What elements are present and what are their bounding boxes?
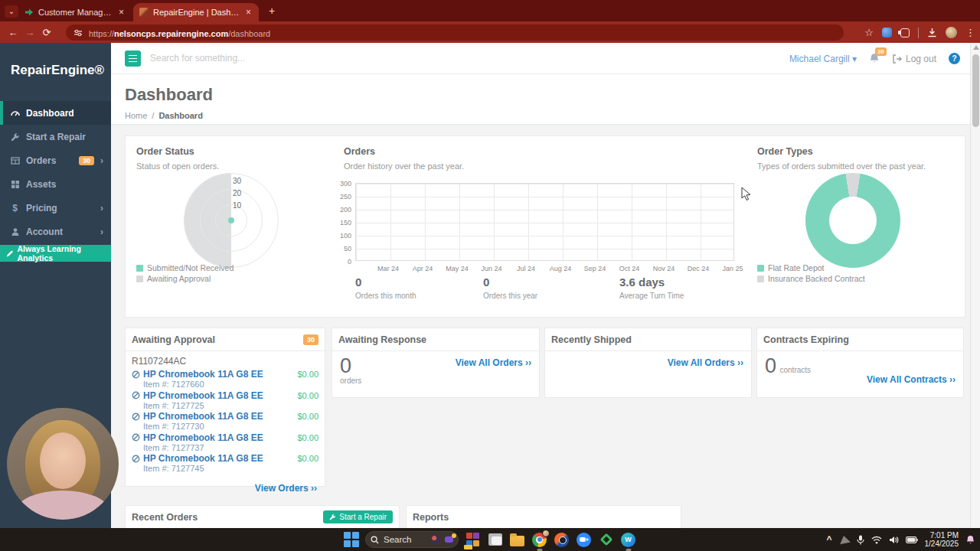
- list-item: HP Chromebook 11A G8 EE $0.00 Item #: 71…: [132, 411, 318, 432]
- green-arrow-favicon: [24, 8, 34, 17]
- mouse-cursor: [741, 187, 751, 201]
- new-tab-button[interactable]: +: [265, 5, 279, 18]
- logout-button[interactable]: Log out: [892, 54, 936, 64]
- panel-title: Awaiting Approval: [132, 334, 303, 345]
- panel-body: 0 orders View All Orders ››: [332, 351, 539, 390]
- taskbar-search-label: Search: [384, 535, 426, 544]
- order-types-donut: [805, 173, 900, 268]
- stat-orders-this-month: 0 Orders this month: [355, 276, 483, 300]
- browser-profile-avatar[interactable]: [946, 27, 957, 38]
- windows-taskbar: Search W ^: [0, 528, 980, 551]
- page-title: Dashboard: [125, 85, 213, 105]
- sidebar-item-account[interactable]: Account ›: [0, 220, 111, 243]
- always-learning-analytics-button[interactable]: Always Learning Analytics: [0, 245, 111, 262]
- battery-icon[interactable]: [906, 536, 918, 543]
- toolbar-actions: ☆ ⋮: [864, 24, 975, 41]
- taskbar-app-grid[interactable]: [465, 532, 481, 548]
- legend-label: Flat Rate Depot: [768, 263, 825, 272]
- order-types-legend: Flat Rate Depot Insurance Backed Contrac…: [757, 263, 865, 283]
- y-tick: 300: [340, 180, 351, 187]
- scroll-up-arrow[interactable]: [973, 45, 979, 50]
- onedrive-icon[interactable]: [838, 535, 851, 545]
- scrollbar-thumb[interactable]: [972, 54, 979, 127]
- url-scheme: https://: [89, 29, 114, 38]
- browser-menu-icon[interactable]: ⋮: [965, 28, 975, 37]
- notification-bell-icon[interactable]: [965, 535, 975, 545]
- taskbar-file-explorer[interactable]: [509, 532, 525, 548]
- x-tick: Sep 24: [584, 265, 606, 272]
- taskbar-zoom[interactable]: [576, 532, 592, 548]
- sidebar-item-start-a-repair[interactable]: Start a Repair: [0, 125, 111, 148]
- taskbar-camera-app[interactable]: [554, 532, 570, 548]
- notification-badge: 30: [875, 47, 887, 56]
- forward-button[interactable]: →: [21, 27, 38, 38]
- refresh-button[interactable]: ⟳: [38, 27, 55, 38]
- bookmark-star-icon[interactable]: ☆: [864, 28, 874, 37]
- stat-value: 0: [355, 276, 483, 289]
- item-name-link[interactable]: HP Chromebook 11A G8 EE: [143, 411, 294, 422]
- x-tick: Dec 24: [688, 265, 710, 272]
- taskbar-chrome[interactable]: [531, 532, 547, 548]
- view-all-contracts-link[interactable]: View All Contracts ››: [867, 374, 956, 385]
- speaker-icon[interactable]: [889, 536, 899, 544]
- item-name-link[interactable]: HP Chromebook 11A G8 EE: [143, 453, 294, 464]
- tab-customer-manager[interactable]: Customer Manager | RepairEng ×: [18, 3, 132, 21]
- stat-label: Orders this year: [483, 292, 619, 300]
- tab-close-icon[interactable]: ×: [244, 7, 253, 18]
- start-button[interactable]: [344, 532, 359, 547]
- microphone-icon[interactable]: [857, 535, 864, 545]
- x-tick: Jun 24: [481, 265, 501, 272]
- tab-close-icon[interactable]: ×: [117, 7, 126, 18]
- panel-footer: View Orders ››: [132, 474, 318, 494]
- tray-chevron-icon[interactable]: ^: [826, 534, 831, 545]
- taskbar-diamond-app[interactable]: [598, 532, 614, 548]
- notifications-button[interactable]: 30: [869, 53, 880, 64]
- order-group-label: R1107244AC: [132, 356, 318, 367]
- user-menu[interactable]: Michael Cargill ▾: [789, 54, 857, 64]
- view-orders-link[interactable]: View Orders ››: [255, 483, 317, 494]
- orders-line-chart: [355, 183, 734, 261]
- recently-shipped-panel: Recently Shipped View All Orders ››: [544, 328, 752, 398]
- breadcrumb-home-link[interactable]: Home: [125, 111, 147, 120]
- panel-title: Reports: [413, 512, 675, 523]
- x-tick: Nov 24: [653, 265, 675, 272]
- sidebar-item-assets[interactable]: Assets: [0, 172, 111, 196]
- tab-repairengine-dashboard[interactable]: RepairEngine | Dashboard ×: [133, 3, 259, 21]
- extension-icon[interactable]: [882, 28, 892, 37]
- taskbar-clock[interactable]: 7:01 PM 1/24/2025: [925, 531, 959, 548]
- tab-search-button[interactable]: ⌄: [5, 5, 18, 18]
- item-name-link[interactable]: HP Chromebook 11A G8 EE: [143, 369, 294, 380]
- view-all-orders-link[interactable]: View All Orders ››: [456, 357, 531, 368]
- taskbar-search[interactable]: Search: [365, 531, 459, 548]
- taskbar-app-window[interactable]: [487, 532, 503, 548]
- search-highlight-icon: [431, 535, 440, 544]
- item-name-link[interactable]: HP Chromebook 11A G8 EE: [143, 390, 294, 401]
- sidebar-item-label: Account: [26, 227, 63, 237]
- help-button[interactable]: ?: [949, 53, 960, 64]
- sidebar-item-pricing[interactable]: $ Pricing ›: [0, 196, 111, 220]
- page-scrollbar[interactable]: [970, 43, 980, 528]
- item-name-link[interactable]: HP Chromebook 11A G8 EE: [143, 432, 294, 443]
- wifi-icon[interactable]: [871, 536, 882, 544]
- awaiting-response-panel: Awaiting Response 0 orders View All Orde…: [332, 328, 540, 398]
- breadcrumb-current: Dashboard: [158, 111, 202, 120]
- sidebar-item-orders[interactable]: Orders 30 ›: [0, 148, 111, 172]
- address-bar[interactable]: https://nelsoncps.repairengine.com/dashb…: [66, 24, 844, 41]
- hamburger-menu-button[interactable]: [125, 51, 141, 67]
- search-input[interactable]: [150, 47, 472, 70]
- x-tick: Jan 25: [722, 265, 743, 272]
- item-number: Item #: 7127737: [132, 443, 318, 452]
- view-all-orders-link[interactable]: View All Orders ››: [668, 357, 743, 368]
- page-heading: Dashboard Home / Dashboard: [111, 74, 980, 125]
- sidebar-item-dashboard[interactable]: Dashboard: [0, 101, 111, 125]
- breadcrumb-separator: /: [152, 111, 154, 120]
- ban-icon: [132, 391, 140, 399]
- start-a-repair-button[interactable]: Start a Repair: [323, 510, 393, 523]
- download-icon[interactable]: [927, 28, 937, 37]
- topbar-right: Michael Cargill ▾ 30 Log out: [789, 43, 960, 74]
- legend-label: Insurance Backed Contract: [768, 274, 865, 283]
- back-button[interactable]: ←: [5, 27, 21, 38]
- extensions-icon[interactable]: [900, 28, 910, 37]
- grid-icon: [10, 180, 20, 189]
- taskbar-webex[interactable]: W: [620, 532, 636, 548]
